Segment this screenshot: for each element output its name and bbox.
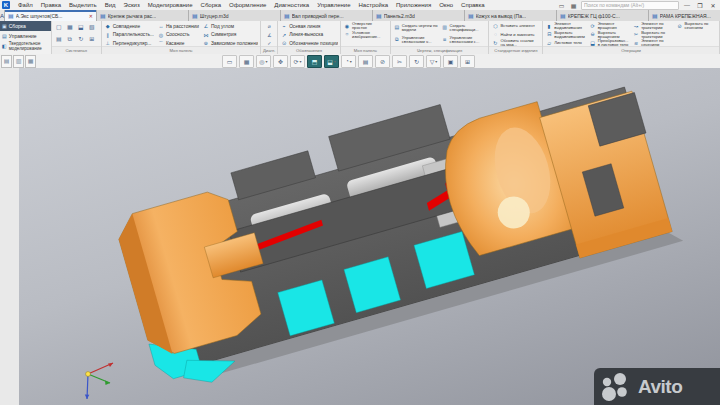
print-icon[interactable]: ▤: [54, 34, 64, 45]
command-search-input[interactable]: [581, 1, 679, 10]
new-doc-icon[interactable]: ▢: [54, 22, 64, 33]
views-icon[interactable]: ▦: [569, 2, 578, 9]
btn-distance[interactable]: ↔На расстоянии: [157, 22, 200, 31]
tab-val-privodnoy[interactable]: ▤ Вал приводной пере...: [281, 10, 373, 21]
menu-drafting[interactable]: Оформление: [225, 2, 270, 8]
symmetry-icon: ⋈: [203, 32, 209, 38]
group-label-holes[interactable]: Моя панель: [341, 46, 390, 54]
btn-simple-hole[interactable]: ◉Отверстие простое: [343, 22, 388, 31]
btn-find-replace[interactable]: ◌Найти и заменить: [491, 31, 540, 40]
tab-rama-krepezhnaya[interactable]: ▤ РАМА КРЕПЕЖНАЯ...: [649, 10, 720, 21]
menu-management[interactable]: Управление: [313, 2, 354, 8]
btn-create-drawing[interactable]: ▤Создать чертеж по модели: [393, 22, 439, 34]
tab-krepezh-rychaga[interactable]: ▤ Крепеж рычага рас...: [97, 10, 189, 21]
frame-icon[interactable]: ▭: [557, 2, 566, 9]
group-label-mates[interactable]: Моя панель: [102, 46, 261, 54]
group-label-annotations[interactable]: Обозначения: [278, 46, 340, 54]
tab-shtutser[interactable]: ▤ Штуцер.m3d: [189, 10, 281, 21]
angle-measure-icon[interactable]: ∡: [267, 31, 271, 40]
insert-element-icon: ⬡: [492, 24, 498, 29]
open-doc-icon[interactable]: ▦: [65, 22, 75, 33]
tab-assembly-active[interactable]: ▤ А.Экс шпунтов(СБ... ✕: [5, 10, 97, 21]
menu-edit[interactable]: Правка: [37, 2, 65, 8]
btn-coaxial[interactable]: ◎Соосность: [157, 31, 200, 40]
mode-management[interactable]: ▤ Управление: [0, 31, 51, 41]
group-label-diag[interactable]: Диагн.: [261, 46, 277, 54]
menu-sketch[interactable]: Эскиз: [120, 2, 144, 8]
coincident-icon: ◆: [105, 23, 111, 29]
btn-sweep[interactable]: ↝Элемент по траектории: [632, 22, 673, 31]
btn-cut-revolve[interactable]: ⊖Вырезать вращением: [589, 31, 630, 40]
btn-insert-element[interactable]: ⬡Вставить элемент: [491, 22, 540, 31]
btn-symbolic-image[interactable]: ⌾Условное изображение...: [343, 31, 388, 40]
btn-parallel[interactable]: ∥Параллельность...: [104, 31, 155, 40]
menu-view[interactable]: Вид: [101, 2, 120, 8]
group-label-drawing-spec[interactable]: Чертеж, спецификация: [391, 46, 489, 54]
btn-create-spec[interactable]: ▥Создать спецификаци...: [441, 22, 487, 34]
menu-modeling[interactable]: Моделирование: [144, 2, 197, 8]
menu-diagnostics[interactable]: Диагностика: [270, 2, 313, 8]
tab-krepezh-gts[interactable]: ▤ КРЕПЕЖ ГЦ ф100-С...: [557, 10, 649, 21]
measure-icon[interactable]: ⌀: [268, 22, 271, 31]
btn-manage-linked-specs[interactable]: ⧈Управление связанными с...: [441, 34, 487, 46]
model-3d[interactable]: [19, 68, 720, 405]
management-mode-icon: ▤: [2, 33, 7, 39]
tab-panel2[interactable]: ▤ Панель2.m3d: [373, 10, 465, 21]
add-icon[interactable]: ⊞: [87, 34, 97, 45]
menu-select[interactable]: Выделить: [65, 2, 101, 8]
btn-revolve[interactable]: ⟳Элемент вращения: [589, 22, 630, 31]
filter-icon[interactable]: ▽▾: [426, 55, 441, 68]
pan-icon[interactable]: ✥: [273, 55, 288, 68]
copy-icon[interactable]: ⧉: [65, 34, 75, 45]
btn-cut-loft[interactable]: ⊘Вырезать по сечениям: [676, 22, 717, 31]
btn-coincident[interactable]: ◆Совпадение: [104, 22, 155, 31]
btn-manage-linked-drawings[interactable]: ⧉Управление связанными ч...: [393, 34, 439, 46]
clip-icon[interactable]: ✂: [392, 55, 407, 68]
menu-window[interactable]: Окно: [435, 2, 457, 8]
group-label-operations[interactable]: Операции: [543, 46, 719, 54]
display-shaded-icon[interactable]: ⬒: [307, 55, 322, 68]
save-icon[interactable]: ⬓: [76, 22, 86, 33]
extra-tools-icon[interactable]: ⊞: [460, 55, 475, 68]
btn-cut-sweep[interactable]: ✂Вырезать по траектории: [632, 31, 673, 40]
rebuild-doc-icon[interactable]: ↻: [76, 34, 86, 45]
restore-button[interactable]: ❐: [695, 2, 705, 9]
menu-file[interactable]: Файл: [14, 2, 37, 8]
orientation-icon[interactable]: ◔▾: [341, 55, 356, 68]
group-label-system[interactable]: Системная: [52, 46, 101, 54]
mode-solid-modeling[interactable]: ◧ Твердотельное моделирование: [0, 41, 51, 52]
grid-icon[interactable]: ▦: [239, 55, 254, 68]
btn-extrude[interactable]: ▮Элемент выдавливания: [545, 22, 586, 31]
group-label-standard-parts[interactable]: Стандартные изделия: [489, 46, 542, 54]
btn-leader-line[interactable]: ↗Линия-выноска: [280, 31, 338, 40]
model-viewport[interactable]: Avito: [19, 68, 720, 405]
hide-objects-icon[interactable]: ⊘: [375, 55, 390, 68]
assembly-mode-icon: ▣: [2, 23, 7, 29]
menu-applications[interactable]: Приложения: [392, 2, 435, 8]
minimize-button[interactable]: —: [682, 2, 692, 8]
params-panel-icon[interactable]: ▥: [13, 55, 24, 68]
btn-symmetry[interactable]: ⋈Симметрия: [202, 31, 259, 40]
collapsed-side-panel[interactable]: [0, 68, 20, 405]
btn-angle[interactable]: ∠Под углом: [202, 22, 259, 31]
btn-centerline[interactable]: ⌁Осевая линия: [280, 22, 338, 31]
menu-settings[interactable]: Настройка: [355, 2, 393, 8]
rebuild-icon[interactable]: ↻: [409, 55, 424, 68]
properties-icon[interactable]: ▣: [443, 55, 458, 68]
close-button[interactable]: ✕: [708, 2, 718, 9]
zoom-icon[interactable]: ◎▾: [256, 55, 271, 68]
mode-assembly[interactable]: ▣ Сборка: [0, 21, 51, 31]
new-sheet-icon[interactable]: ▭: [222, 55, 237, 68]
menu-assembly[interactable]: Сборка: [197, 2, 226, 8]
layers-panel-icon[interactable]: ▦: [25, 55, 36, 68]
section-view-icon[interactable]: ▤: [358, 55, 373, 68]
orbit-icon[interactable]: ⟳▾: [290, 55, 305, 68]
menu-help[interactable]: Справка: [457, 2, 489, 8]
app-logo-icon[interactable]: K: [2, 1, 10, 9]
tab-close-icon[interactable]: ✕: [89, 13, 93, 19]
tree-panel-icon[interactable]: ▤: [1, 55, 12, 68]
display-wireframe-icon[interactable]: ⬓▾: [324, 55, 339, 68]
save-as-icon[interactable]: ▧: [87, 22, 97, 33]
btn-cut-extrude[interactable]: ⊟Вырезать выдавливанием: [545, 31, 586, 40]
tab-kozhukh[interactable]: ▤ Кожух на вывод (Па...: [465, 10, 557, 21]
